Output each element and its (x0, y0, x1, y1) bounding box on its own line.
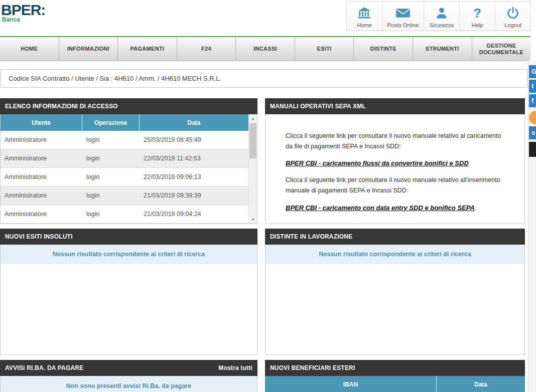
cell-utente: Amministratore (1, 211, 82, 218)
column-header-iban: IBAN (265, 376, 437, 392)
cell-data: 21/03/2019 09:39:39 (140, 192, 248, 199)
processing-lists-panel-title: DISTINTE IN LAVORAZIONE (270, 233, 352, 240)
cell-utente: Amministratore (1, 173, 82, 180)
sepa-manuals-panel-header: MANUALI OPERATIVI SEPA XML (265, 98, 525, 114)
cell-data: 22/03/2019 11:42:53 (140, 155, 248, 162)
column-header-data: Data (140, 114, 248, 131)
cell-operazione: login (82, 211, 140, 218)
cell-operazione: login (82, 173, 140, 180)
manual-link-flussi[interactable]: BPER CBI - caricamento flussi da convert… (286, 159, 469, 167)
nav-item-distinte[interactable]: DISTINTE (354, 37, 413, 61)
share-widget-icon[interactable]: t (529, 80, 536, 93)
unpaid-results-panel-header: NUOVI ESITI INSOLUTI (0, 229, 257, 245)
show-all-button[interactable]: Mostra tutti (218, 364, 252, 371)
column-header-operazione: Operazione (82, 114, 140, 131)
sicurezza-button[interactable]: Sicurezza (424, 1, 460, 31)
logout-button[interactable]: Logout (495, 1, 531, 31)
scrollbar-thumb[interactable] (249, 123, 256, 158)
table-row: Amministratore login 22/03/2019 09:06:13 (1, 168, 248, 186)
page-scrollbar-track[interactable] (528, 60, 536, 392)
quick-links-toolbar: Home Posta Online Sicure (347, 1, 531, 32)
share-widget-icon[interactable]: G (529, 65, 536, 78)
nav-item-esiti[interactable]: ESITI (295, 37, 354, 61)
share-widget-dark-icon[interactable] (529, 142, 536, 157)
processing-lists-panel: Nessun risultato corrispondente ai crite… (265, 245, 525, 355)
manual-paragraph-2: Clicca il seguente link per consultare i… (286, 175, 506, 195)
nav-item-pagamenti[interactable]: PAGAMENTI (118, 37, 177, 61)
posta-online-label: Posta Online (387, 22, 419, 28)
nav-item-f24[interactable]: F24 (177, 37, 236, 61)
cell-operazione: login (82, 136, 140, 143)
cell-data: 21/03/2019 09:04:24 (140, 211, 248, 218)
home-label: Home (357, 22, 371, 28)
bper-cbi-homepage: BPER: Banca Home (0, 0, 536, 392)
logout-label: Logout (504, 22, 521, 28)
cell-utente: Amministratore (1, 155, 82, 162)
sicurezza-label: Sicurezza (430, 22, 454, 28)
power-icon (506, 6, 519, 21)
table-row: Amministratore login 21/03/2019 09:04:24 (1, 205, 248, 224)
question-icon: ? (473, 6, 481, 21)
table-scrollbar[interactable]: ▲ ▼ (248, 114, 257, 224)
manual-link-data-entry[interactable]: BPER CBI - caricamento con data entry SD… (286, 204, 475, 212)
scroll-down-icon[interactable]: ▼ (249, 215, 257, 224)
empty-result-message: Nessun risultato corrispondente ai crite… (265, 245, 524, 264)
sepa-manuals-panel-title: MANUALI OPERATIVI SEPA XML (270, 103, 366, 110)
riba-notices-empty-message: Non sono presenti avvisi Ri.Ba. da pagar… (0, 376, 257, 392)
access-log-panel-title: ELENCO INFORMAZIONI DI ACCESSO (5, 103, 118, 110)
posta-online-button[interactable]: Posta Online (382, 1, 424, 31)
share-widget-icon[interactable]: s (529, 126, 536, 139)
table-row: Amministratore login 25/03/2019 08:45:49 (1, 131, 248, 149)
cell-operazione: login (82, 155, 140, 162)
person-icon (435, 6, 448, 21)
empty-result-message: Nessun risultato corrispondente ai crite… (1, 245, 257, 264)
bank-icon (357, 6, 371, 21)
access-log-table: Utente Operazione Data Amministratore lo… (1, 114, 248, 224)
column-header-data: Data (437, 376, 525, 392)
nav-item-incassi[interactable]: INCASSI (236, 37, 295, 61)
foreign-beneficiaries-panel-title: NUOVI BENEFICIARI ESTERI (270, 364, 355, 371)
table-row: Amministratore login 21/03/2019 09:39:39 (1, 186, 248, 205)
nav-item-gestione-documentale[interactable]: GESTIONE DOCUMENTALE (472, 37, 531, 61)
riba-notices-panel-header: AVVISI RI.BA. DA PAGARE Mostra tutti (0, 360, 257, 376)
cell-data: 25/03/2019 08:45:49 (140, 136, 248, 143)
cell-utente: Amministratore (1, 136, 82, 143)
main-nav: HOME INFORMAZIONI PAGAMENTI F24 INCASSI … (0, 37, 530, 61)
riba-notices-panel-title: AVVISI RI.BA. DA PAGARE (5, 364, 83, 371)
access-log-panel-header: ELENCO INFORMAZIONI DI ACCESSO (0, 98, 257, 114)
nav-item-informazioni[interactable]: INFORMAZIONI (59, 37, 118, 61)
access-log-panel: Utente Operazione Data Amministratore lo… (0, 114, 257, 224)
cell-utente: Amministratore (1, 192, 82, 199)
help-button[interactable]: ? Help (459, 1, 495, 31)
envelope-icon (395, 6, 411, 21)
bper-logo: BPER: Banca (1, 2, 45, 23)
breadcrumb: Codice SIA Contratto / Utente / Sia : 4H… (1, 69, 527, 88)
foreign-beneficiaries-table-header: IBAN Data (265, 376, 525, 392)
nav-item-strumenti[interactable]: STRUMENTI (413, 37, 472, 61)
home-button[interactable]: Home (346, 1, 382, 31)
table-row: Amministratore login 22/03/2019 11:42:53 (1, 149, 248, 168)
unpaid-results-panel: Nessun risultato corrispondente ai crite… (0, 245, 257, 355)
access-log-table-header: Utente Operazione Data (1, 114, 248, 131)
processing-lists-panel-header: DISTINTE IN LAVORAZIONE (265, 229, 525, 245)
nav-item-home[interactable]: HOME (0, 37, 59, 61)
cell-data: 22/03/2019 09:06:13 (140, 173, 248, 180)
sepa-manuals-panel: Clicca il seguente link per consultare i… (265, 114, 525, 224)
manual-paragraph-1: Clicca il seguente link per consultare i… (286, 131, 506, 151)
unpaid-results-panel-title: NUOVI ESITI INSOLUTI (5, 233, 73, 240)
help-label: Help (472, 22, 483, 28)
cell-operazione: login (82, 192, 140, 199)
scroll-up-icon[interactable]: ▲ (249, 114, 257, 123)
top-header: BPER: Banca Home (0, 0, 536, 36)
share-widget-icon[interactable]: f (529, 94, 536, 107)
column-header-utente: Utente (1, 114, 82, 131)
foreign-beneficiaries-panel-header: NUOVI BENEFICIARI ESTERI (265, 360, 525, 376)
